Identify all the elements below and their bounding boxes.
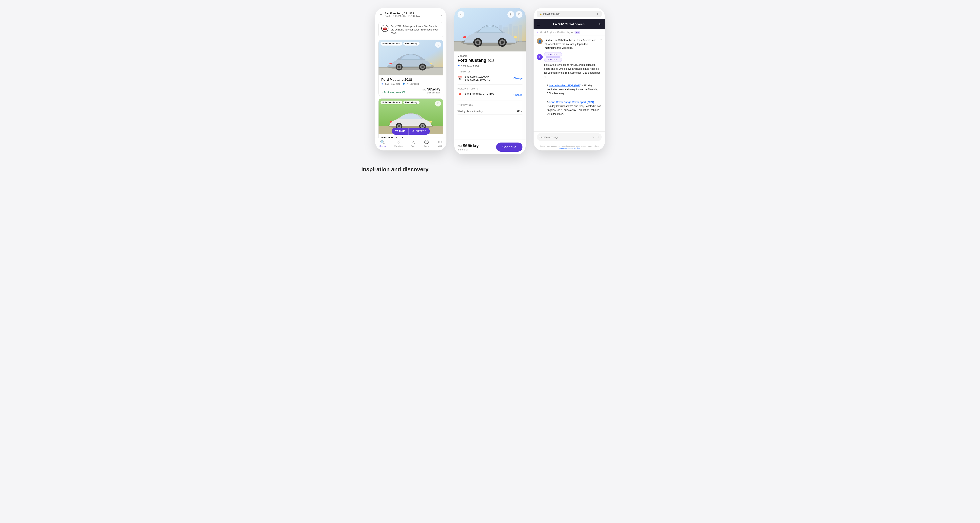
svg-point-20 — [422, 125, 423, 127]
car-pricing: ✓ Book now, save $68 $70 $65/day $455 es… — [381, 87, 440, 94]
car-card-bmw[interactable]: Unlimited distance Free delivery ♡ BMW S… — [378, 99, 443, 144]
svg-point-35 — [476, 41, 479, 44]
back-icon[interactable]: ← — [379, 13, 383, 17]
footer-price: $70 $65/day $455 total — [458, 143, 479, 151]
chat-messages: 👤 Find me an SUV that has at least 5 sea… — [533, 35, 605, 119]
chevron-down-icon[interactable]: ⌄ — [440, 13, 442, 16]
nav-trips[interactable]: △ Trips — [411, 140, 415, 147]
bottom-nav: 🔍 Search ♡ Favorites △ Trips 💬 Inbox •••… — [375, 138, 447, 151]
url-bar: 🔒 chat.openai.com ⬆ — [537, 11, 602, 17]
filter-icon: ⚙ — [412, 130, 415, 133]
chat-input-area: ➤ ↺ — [533, 132, 605, 143]
url-bar-left: 🔒 chat.openai.com — [539, 13, 560, 15]
calendar-icon: 📅 — [458, 76, 463, 80]
mustang-info: Ford Mustang 2018 ★ 4.95 (100 trips) 👤 A… — [379, 75, 443, 96]
car-detail-info: Michael's Ford Mustang 2018 ★ 4.95 (100 … — [454, 51, 526, 126]
star-icon: ★ — [381, 83, 383, 85]
svg-rect-31 — [519, 25, 522, 41]
map-filter-bar: 🗺 MAP ⚙ FILTERS — [392, 128, 430, 135]
location-icon: 📍 — [458, 93, 463, 97]
car-card-mustang[interactable]: Unlimited distance Free delivery ♡ Ford … — [378, 40, 443, 96]
svg-point-6 — [398, 66, 400, 68]
book-now[interactable]: ✓ Book now, save $68 — [381, 91, 405, 94]
pickup-label: PICKUP & RETURN — [458, 88, 522, 90]
car-year: 2018 — [487, 59, 495, 62]
footer-price-total: $455 total — [458, 148, 479, 151]
footer-price-new: $65/day — [463, 143, 479, 148]
change-pickup-link[interactable]: Change — [513, 94, 522, 96]
rating: 4.95 — [385, 83, 389, 85]
inspiration-title: Inspiration and discovery — [361, 166, 619, 173]
map-button[interactable]: 🗺 MAP — [392, 128, 409, 135]
badge-unlimited: Unlimited distance — [380, 42, 402, 46]
ai-message-text: Here are a few options for SUVs with at … — [537, 63, 602, 116]
header-left: ← San Francisco, CA, USA Sep 9, 10:00 AM… — [379, 12, 420, 17]
price-est: $455 est. total — [422, 91, 440, 94]
search-header: ← San Francisco, CA, USA Sep 9, 10:00 AM… — [375, 8, 447, 20]
trip-savings-label: TRIP SAVINGS — [458, 104, 522, 106]
svg-point-17 — [398, 125, 400, 127]
svg-point-22 — [390, 121, 392, 123]
new-chat-icon[interactable]: ＋ — [598, 21, 602, 27]
option1-link[interactable]: Mercedes-Benz EQE (2023) — [549, 84, 581, 87]
svg-point-10 — [430, 63, 433, 64]
regenerate-icon[interactable]: ↺ — [596, 135, 599, 139]
chat-title: LA SUV Rental Search — [553, 22, 585, 26]
plugin-chip-1[interactable]: Used Turo ⌄ — [544, 52, 562, 57]
trips-icon: △ — [412, 140, 415, 145]
map-icon: 🗺 — [395, 130, 398, 133]
disclaimer: ChatGPT may produce inaccurate informati… — [533, 145, 605, 149]
chat-titlebar: ☰ LA SUV Rental Search ＋ — [533, 19, 605, 29]
svg-point-40 — [463, 36, 466, 38]
message-input[interactable] — [539, 136, 590, 138]
input-row: ➤ ↺ — [537, 133, 602, 141]
detail-content: Michael's Ford Mustang 2018 ★ 4.95 (100 … — [454, 51, 526, 135]
svg-point-21 — [429, 121, 432, 123]
svg-point-9 — [421, 66, 424, 68]
car-detail-title: Ford Mustang 2018 — [458, 58, 522, 63]
bottom-section: Inspiration and discovery — [361, 166, 619, 173]
nav-more[interactable]: ••• More — [438, 140, 442, 147]
badge-delivery: Free delivery — [403, 42, 420, 46]
user-message-text: Find me an SUV that has at least 5 seats… — [545, 38, 598, 50]
trip-dates-row: 📅 Sat, Sep 9, 10:00 AM Sat, Sep 16, 10:0… — [458, 75, 522, 84]
share-button[interactable]: ⬆ — [508, 11, 514, 18]
menu-icon[interactable]: ☰ — [537, 22, 540, 26]
edit-icon[interactable]: ✏ — [600, 38, 602, 41]
phone-chatgpt: 🔒 chat.openai.com ⬆ ☰ LA SUV Rental Sear… — [533, 8, 605, 151]
change-dates-link[interactable]: Change — [513, 77, 522, 80]
send-icon[interactable]: ➤ — [592, 135, 595, 139]
trip-dates-text: Sat, Sep 9, 10:00 AM Sat, Sep 16, 10:00 … — [465, 75, 491, 81]
model-bar: ✦ Model: Plugins • Enabled plugins: ■■ — [533, 29, 605, 35]
svg-point-38 — [501, 41, 504, 44]
option-2: 2. Land Rover Range Rover Sport (2021) $… — [544, 100, 602, 116]
badge-delivery-bmw: Free delivery — [403, 100, 420, 104]
more-icon: ••• — [438, 140, 442, 144]
nav-search[interactable]: 🔍 Search — [380, 140, 386, 147]
pickup-row: 📍 San Francisco, CA 94108 Change — [458, 92, 522, 101]
user-avatar: 👤 — [537, 38, 542, 44]
favorite-button-detail[interactable]: ♡ — [516, 11, 522, 18]
continue-button[interactable]: Continue — [496, 143, 522, 152]
nav-favorites[interactable]: ♡ Favorites — [395, 140, 402, 147]
plugin-chip-2[interactable]: Used Turo ⌄ — [544, 57, 562, 62]
check-icon: ✓ — [381, 91, 383, 94]
car-title: Ford Mustang 2018 — [381, 78, 440, 82]
availability-alert: 🚗 Only 20% of the top vehicles in San Fr… — [378, 22, 443, 37]
svg-point-11 — [390, 63, 392, 64]
nav-inbox[interactable]: 💬 Inbox — [424, 140, 429, 147]
alert-text: Only 20% of the top vehicles in San Fran… — [391, 25, 440, 35]
ai-message: ✦ Used Turo ⌄ Used Turo ⌄ Here are a few — [537, 52, 602, 116]
share-url-icon[interactable]: ⬆ — [597, 12, 599, 16]
back-button[interactable]: ← — [458, 11, 464, 18]
heart-icon: ♡ — [397, 140, 400, 145]
location-text: San Francisco, CA, USA — [385, 12, 420, 15]
disclaimer-link[interactable]: ChatGPT August 3 Version — [558, 147, 580, 149]
filter-button[interactable]: ⚙ FILTERS — [409, 128, 430, 135]
host-badge: All-Star Host — [406, 83, 419, 85]
host-icon: 👤 — [402, 83, 405, 85]
option2-link[interactable]: Land Rover Range Rover Sport (2021) — [549, 101, 594, 103]
svg-point-39 — [514, 36, 517, 38]
mustang-image: Unlimited distance Free delivery ♡ — [379, 40, 443, 75]
ai-avatar: ✦ — [537, 54, 542, 60]
